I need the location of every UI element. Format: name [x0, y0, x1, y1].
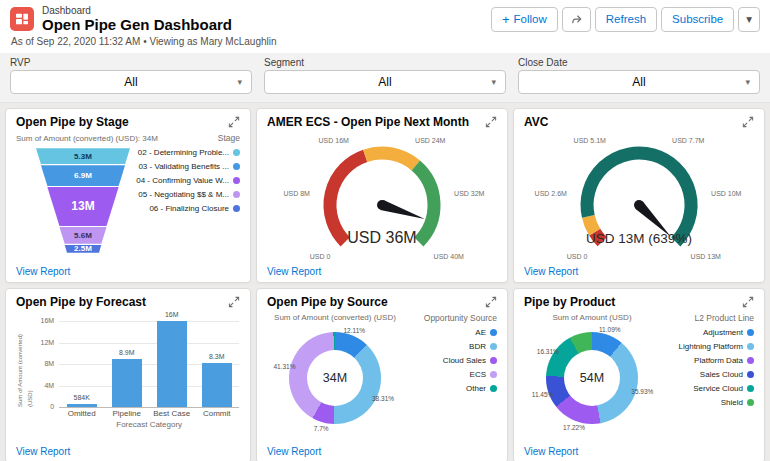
funnel-segment-label: 2.5M: [74, 244, 92, 253]
donut-slice-label: 35.93%: [631, 388, 653, 395]
view-report-link[interactable]: View Report: [524, 266, 754, 277]
view-report-link[interactable]: View Report: [267, 446, 497, 457]
bar-chart: Sum of Amount (converted) (USD)16M12M8M4…: [16, 321, 240, 429]
dashboard-page: Dashboard Open Pipe Gen Dashboard + Foll…: [0, 0, 770, 461]
expand-button[interactable]: [485, 296, 497, 311]
svg-text:USD 32M: USD 32M: [454, 190, 485, 197]
bar-segment[interactable]: [202, 363, 232, 408]
filter-rvp: RVP All ▾: [10, 57, 252, 94]
header-actions: + Follow Refresh Subscribe ▾: [491, 7, 760, 32]
legend-dot-icon: [233, 191, 240, 198]
legend-item: Lightning Platform: [660, 342, 754, 351]
refresh-button[interactable]: Refresh: [595, 7, 657, 32]
funnel-segment-label: 5.6M: [74, 231, 92, 240]
bar-y-ticks: 16M12M8M4M0: [35, 321, 59, 407]
legend-item: Other: [403, 384, 497, 393]
filter-value: All: [124, 75, 137, 89]
panel-title: AVC: [524, 116, 548, 129]
donut-slice-label: 12.11%: [344, 326, 366, 333]
bar-y-tick: 8M: [44, 360, 54, 367]
legend-label: Adjustment: [703, 328, 743, 337]
funnel-segment[interactable]: 2.5M: [36, 245, 130, 253]
legend-label: Service Cloud: [693, 384, 743, 393]
funnel-segment[interactable]: 13M: [36, 187, 130, 226]
funnel-segment[interactable]: 5.6M: [36, 227, 130, 244]
funnel-segment[interactable]: 6.9M: [36, 165, 130, 186]
panel-title: Open Pipe by Forecast: [16, 296, 146, 309]
legend-dot-icon: [747, 399, 754, 406]
filter-label: RVP: [10, 57, 252, 68]
filter-select-segment[interactable]: All ▾: [264, 70, 506, 94]
view-report-link[interactable]: View Report: [16, 446, 240, 457]
filter-value: All: [378, 75, 391, 89]
svg-text:USD 10M: USD 10M: [711, 190, 742, 197]
panel-avc: AVC USD 0USD 2.6MUSD 5.1MUSD 7.7MUSD 10M…: [513, 108, 765, 283]
expand-button[interactable]: [228, 116, 240, 131]
record-type-label: Dashboard: [42, 5, 232, 16]
legend-title: L2 Product Line: [660, 313, 754, 323]
legend-label: 02 - Determining Proble...: [138, 148, 229, 157]
follow-button[interactable]: + Follow: [491, 7, 558, 32]
follow-label: Follow: [514, 13, 547, 25]
legend-item: 03 - Validating Benefits ...: [138, 162, 240, 171]
svg-text:USD 8M: USD 8M: [283, 190, 310, 197]
expand-icon: [485, 116, 497, 128]
panel-title: Open Pipe by Stage: [16, 116, 129, 129]
svg-text:USD 13M: USD 13M: [691, 253, 722, 260]
panel-pipe-by-product: Pipe by Product Sum of Amount (USD) 54M: [513, 288, 765, 461]
expand-button[interactable]: [742, 296, 754, 311]
legend-label: 05 - Negotiating $$ & M...: [138, 190, 229, 199]
donut-slice-label: 41.31%: [273, 363, 295, 370]
view-report-link[interactable]: View Report: [524, 446, 754, 457]
dashboard-header: Dashboard Open Pipe Gen Dashboard + Foll…: [0, 0, 770, 35]
legend-title: Opportunity Source: [403, 313, 497, 323]
svg-text:USD 5.1M: USD 5.1M: [574, 137, 606, 144]
panel-open-pipe-by-source: Open Pipe by Source Sum of Amount (conve…: [256, 288, 508, 461]
funnel-segment-label: 5.3M: [74, 152, 92, 161]
bar-segment[interactable]: [112, 359, 142, 407]
expand-button[interactable]: [228, 296, 240, 311]
legend-label: BDR: [469, 342, 486, 351]
expand-button[interactable]: [485, 116, 497, 131]
share-button[interactable]: [562, 7, 591, 32]
filter-select-rvp[interactable]: All ▾: [10, 70, 252, 94]
filter-select-close-date[interactable]: All ▾: [518, 70, 760, 94]
legend-label: Cloud Sales: [443, 356, 486, 365]
more-actions-button[interactable]: ▾: [738, 7, 760, 32]
svg-text:USD 7.7M: USD 7.7M: [672, 137, 704, 144]
legend-title: Stage: [138, 133, 240, 143]
panel-title: Pipe by Product: [524, 296, 615, 309]
chevron-down-icon: ▾: [491, 77, 496, 87]
donut-slice-label: 11.09%: [599, 326, 621, 333]
bar-segment[interactable]: [157, 321, 187, 407]
legend-item: 05 - Negotiating $$ & M...: [138, 190, 240, 199]
filter-close-date: Close Date All ▾: [518, 57, 760, 94]
view-report-link[interactable]: View Report: [267, 266, 497, 277]
donut-chart: 54M 11.09%35.93%17.22%11.45%16.31%: [524, 324, 660, 432]
legend-dot-icon: [490, 371, 497, 378]
legend-dot-icon: [747, 371, 754, 378]
bar-segment[interactable]: [67, 404, 97, 407]
donut-axis-title: Sum of Amount (converted) (USD): [267, 313, 403, 322]
view-report-link[interactable]: View Report: [16, 266, 240, 277]
svg-text:USD 13M (639%): USD 13M (639%): [586, 231, 692, 246]
donut-slice-label: 16.31%: [537, 347, 559, 354]
page-title: Open Pipe Gen Dashboard: [42, 16, 232, 33]
title-block: Dashboard Open Pipe Gen Dashboard: [42, 5, 232, 33]
asof-text: As of Sep 22, 2020 11:32 AM • Viewing as…: [0, 35, 770, 53]
share-icon: [570, 13, 583, 26]
dashboard-grid: Open Pipe by Stage Sum of Amount (conver…: [0, 103, 770, 461]
gauge-chart[interactable]: USD 0USD 8MUSD 16MUSD 24MUSD 32MUSD 40MU…: [267, 131, 497, 261]
bar-value-label: 584K: [59, 394, 104, 401]
expand-button[interactable]: [742, 116, 754, 131]
subscribe-button[interactable]: Subscribe: [661, 7, 734, 32]
legend-label: Platform Data: [694, 356, 743, 365]
funnel-legend: Stage 02 - Determining Proble...03 - Val…: [138, 133, 240, 218]
funnel-segment[interactable]: 5.3M: [36, 148, 130, 164]
filter-segment: Segment All ▾: [264, 57, 506, 94]
legend-item: Cloud Sales: [403, 356, 497, 365]
bar-plot-area: 584K8.9M16M8.3M: [59, 321, 239, 407]
funnel-segment-label: 6.9M: [74, 171, 92, 180]
gauge-chart[interactable]: USD 0USD 2.6MUSD 5.1MUSD 7.7MUSD 10MUSD …: [524, 131, 754, 261]
legend-item: 02 - Determining Proble...: [138, 148, 240, 157]
